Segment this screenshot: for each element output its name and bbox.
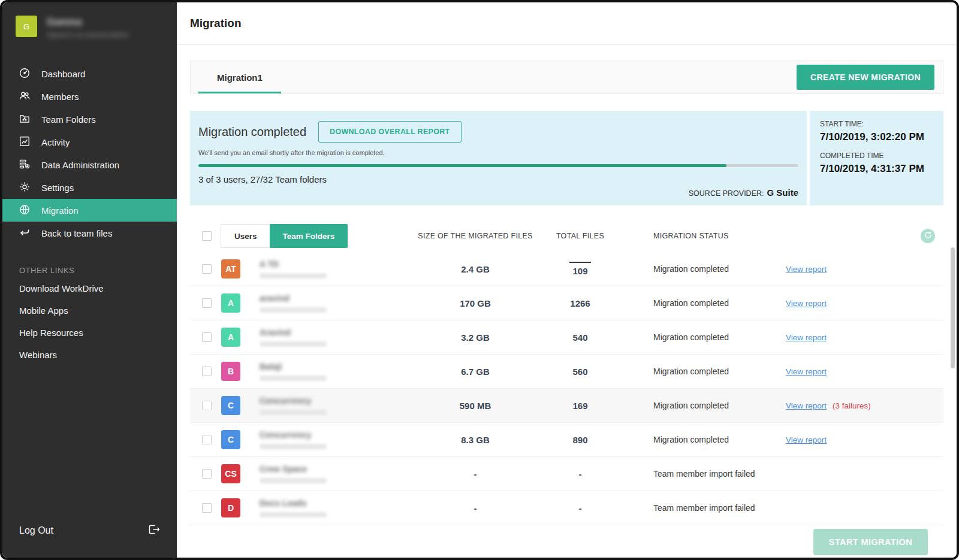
main-panel: Migration Migration1 CREATE NEW MIGRATIO… <box>177 2 957 558</box>
logout-icon <box>148 524 160 537</box>
table-row: CS Crew Space - - Team member import fai… <box>190 457 943 491</box>
view-report-link[interactable]: View report <box>786 401 827 410</box>
link-help-resources[interactable]: Help Resources <box>2 322 177 344</box>
sidebar-item-label: Team Folders <box>41 114 96 125</box>
row-checkbox[interactable] <box>202 435 212 444</box>
avatar: CS <box>221 464 240 483</box>
sidebar-item-members[interactable]: Members <box>2 85 177 108</box>
size-value: 2.4 GB <box>415 264 535 274</box>
sidebar-menu: Dashboard Members Team Folders <box>2 62 177 244</box>
row-checkbox[interactable] <box>202 298 212 308</box>
sidebar-item-data-administration[interactable]: Data Administration <box>2 153 177 176</box>
total-files-value: 169 <box>535 401 625 411</box>
total-files-value: - <box>535 503 625 513</box>
sidebar-item-label: Dashboard <box>41 69 85 79</box>
completed-time-label: COMPLETED TIME <box>820 152 933 160</box>
migration-status-value: Migration completed <box>625 298 786 308</box>
select-all-checkbox[interactable] <box>202 231 212 241</box>
table-scrollbar[interactable] <box>951 247 955 368</box>
refresh-button[interactable] <box>921 229 935 243</box>
marker-line <box>569 262 591 263</box>
sidebar-item-activity[interactable]: Activity <box>2 131 177 153</box>
download-overall-report-button[interactable]: DOWNLOAD OVERALL REPORT <box>318 121 461 143</box>
team-folders-icon <box>19 113 30 126</box>
sidebar: G Gamma Signed in as Gamma Admin Dashboa… <box>2 2 177 558</box>
column-header-migration-status: MIGRATION STATUS <box>625 232 786 240</box>
content: Migration1 CREATE NEW MIGRATION Migratio… <box>177 45 957 558</box>
progress-counts: 3 of 3 users, 27/32 Team folders <box>198 174 798 184</box>
team-info: Gamma Signed in as Gamma Admin <box>47 16 128 38</box>
row-checkbox[interactable] <box>202 503 212 513</box>
size-value: 3.2 GB <box>415 332 535 343</box>
page-title: Migration <box>177 2 957 45</box>
view-report-link[interactable]: View report <box>786 265 827 274</box>
sidebar-item-dashboard[interactable]: Dashboard <box>2 62 177 85</box>
data-administration-icon <box>19 159 30 171</box>
size-value: 8.3 GB <box>415 435 535 445</box>
sidebar-item-settings[interactable]: Settings <box>2 176 177 199</box>
folder-name: Concurrency <box>260 396 415 405</box>
view-report-link[interactable]: View report <box>786 299 827 308</box>
migration-status-value: Migration completed <box>625 332 786 342</box>
summary-main: Migration completed DOWNLOAD OVERALL REP… <box>190 111 807 205</box>
row-checkbox[interactable] <box>202 367 212 376</box>
row-checkbox[interactable] <box>202 332 212 342</box>
total-files-value: - <box>535 469 625 479</box>
migration-status-value: Migration completed <box>625 435 786 444</box>
column-header-size: SIZE OF THE MIGRATED FILES <box>415 232 535 240</box>
table-row: C Concurrency 8.3 GB 890 Migration compl… <box>190 423 943 457</box>
migration-status-title: Migration completed <box>198 125 306 139</box>
view-report-link[interactable]: View report <box>786 333 827 342</box>
team-avatar: G <box>16 16 37 37</box>
logout-button[interactable]: Log Out <box>2 512 177 558</box>
migration-status-value: Migration completed <box>625 264 786 274</box>
folder-name: aravind <box>260 293 415 303</box>
users-folders-toggle: Users Team Folders <box>221 224 348 248</box>
link-mobile-apps[interactable]: Mobile Apps <box>2 299 177 322</box>
sidebar-item-back-to-team-files[interactable]: Back to team files <box>2 222 177 244</box>
folder-subtitle-blur <box>260 512 327 517</box>
migration-tabbar: Migration1 CREATE NEW MIGRATION <box>190 60 943 94</box>
view-report-link[interactable]: View report <box>786 435 827 444</box>
folder-subtitle-blur <box>260 410 327 415</box>
row-checkbox[interactable] <box>202 264 212 274</box>
migration-status-value: Migration completed <box>625 401 786 410</box>
start-migration-button[interactable]: START MIGRATION <box>813 529 928 555</box>
folder-name: Aravind <box>260 328 415 337</box>
row-checkbox[interactable] <box>202 401 212 410</box>
total-files-value: 890 <box>535 435 625 445</box>
back-arrow-icon <box>19 227 30 240</box>
toggle-users[interactable]: Users <box>221 225 270 247</box>
row-checkbox[interactable] <box>202 469 212 479</box>
table-header-row: Users Team Folders SIZE OF THE MIGRATED … <box>190 220 943 252</box>
view-report-link[interactable]: View report <box>786 367 827 376</box>
total-files-value: 1266 <box>535 298 625 308</box>
tab-migration1[interactable]: Migration1 <box>191 61 289 93</box>
table-row: A Aravind 3.2 GB 540 Migration completed… <box>190 320 943 355</box>
sidebar-item-team-folders[interactable]: Team Folders <box>2 108 177 131</box>
source-provider-label: SOURCE PROVIDER: <box>689 189 764 198</box>
folder-subtitle-blur <box>260 478 327 483</box>
folder-subtitle-blur <box>260 376 327 381</box>
toggle-team-folders[interactable]: Team Folders <box>270 224 348 248</box>
sidebar-item-migration[interactable]: Migration <box>2 199 177 222</box>
migration-icon <box>19 204 30 217</box>
size-value: 590 MB <box>415 401 535 411</box>
sidebar-item-label: Migration <box>41 205 79 216</box>
link-webinars[interactable]: Webinars <box>2 344 177 366</box>
link-download-workdrive[interactable]: Download WorkDrive <box>2 277 177 299</box>
sidebar-item-label: Activity <box>41 137 70 147</box>
completed-time-value: 7/10/2019, 4:31:37 PM <box>820 163 933 175</box>
active-tab-underline <box>198 92 281 93</box>
total-files-value: 560 <box>535 367 625 377</box>
email-note: We'll send you an email shortly after th… <box>198 149 798 156</box>
activity-icon <box>19 136 30 149</box>
create-new-migration-button[interactable]: CREATE NEW MIGRATION <box>797 65 934 90</box>
size-value: 170 GB <box>415 298 535 308</box>
source-provider: SOURCE PROVIDER:G Suite <box>198 187 798 198</box>
start-time-label: START TIME: <box>820 120 933 128</box>
avatar: C <box>221 396 240 415</box>
avatar: A <box>221 328 240 347</box>
team-subtitle: Signed in as Gamma Admin <box>47 31 128 38</box>
migration-status-value: Team member import failed <box>625 469 786 479</box>
